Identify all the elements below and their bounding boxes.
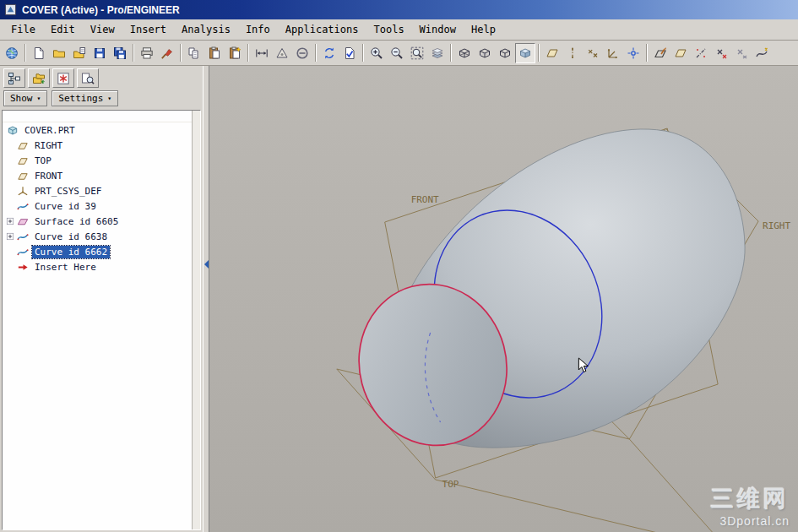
design-check-icon <box>343 46 356 60</box>
datum-planes-toggle-button[interactable] <box>542 43 562 63</box>
tree-item-curve-6638[interactable]: Curve id 6638 <box>3 229 192 244</box>
navigator-tabs <box>0 66 203 89</box>
regenerate-button[interactable] <box>319 43 339 63</box>
folder-browser-tab[interactable] <box>28 68 50 88</box>
menu-info[interactable]: Info <box>238 21 278 38</box>
save-copy-button[interactable] <box>110 43 130 63</box>
spin-center-toggle-icon <box>627 46 640 60</box>
datum-csys-toggle-icon <box>606 46 620 60</box>
menu-tools[interactable]: Tools <box>366 21 411 38</box>
toolbar-separator <box>538 44 540 62</box>
right-plane-label[interactable]: RIGHT <box>763 220 790 231</box>
tree-item-label: Curve id 39 <box>32 200 99 213</box>
model-tree-icon <box>8 72 21 85</box>
menu-window[interactable]: Window <box>412 21 464 38</box>
datum-plane-icon <box>16 170 30 182</box>
datum-curve-tool-button[interactable] <box>752 43 772 63</box>
3d-scene[interactable]: FRONT RIGHT TOP <box>209 66 798 532</box>
graphics-viewport[interactable]: FRONT RIGHT TOP 三维网 3Dportal.cn <box>209 66 798 532</box>
datum-curve-tool-icon <box>755 46 768 60</box>
expand-icon[interactable] <box>4 232 15 241</box>
tree-item-front[interactable]: FRONT <box>3 168 192 183</box>
save-icon <box>93 46 106 60</box>
top-plane-label[interactable]: TOP <box>442 479 459 490</box>
mass-properties-button[interactable] <box>272 43 292 63</box>
save-button[interactable] <box>90 43 110 63</box>
chevron-down-icon: ▾ <box>107 95 111 102</box>
title-bar[interactable]: COVER (Active) - Pro/ENGINEER <box>0 0 798 19</box>
paste-special-icon <box>228 46 242 60</box>
toolbar-separator <box>24 44 26 62</box>
menu-bar: File Edit View Insert Analysis Info Appl… <box>0 19 798 41</box>
refit-button[interactable] <box>407 43 427 63</box>
tree-item-prt-csys-def[interactable]: PRT_CSYS_DEF <box>3 183 192 198</box>
datum-csys-toggle-button[interactable] <box>603 43 623 63</box>
datum-plane-tool-button[interactable] <box>670 43 691 63</box>
open-session-icon <box>73 46 86 60</box>
tree-item-right[interactable]: RIGHT <box>3 138 192 153</box>
show-dropdown-label: Show <box>10 93 33 104</box>
favorites-tab[interactable] <box>52 68 74 88</box>
wireframe-display-button[interactable] <box>454 43 475 63</box>
menu-edit[interactable]: Edit <box>43 21 83 38</box>
paste-special-button[interactable] <box>225 43 245 63</box>
regenerate-icon <box>323 46 336 60</box>
hidden-line-display-button[interactable] <box>475 43 495 63</box>
new-file-button[interactable] <box>29 43 49 63</box>
zoom-out-button[interactable] <box>387 43 407 63</box>
tree-item-surface-6605[interactable]: Surface id 6605 <box>3 214 192 229</box>
settings-dropdown-label: Settings <box>58 93 103 104</box>
print-button[interactable] <box>137 43 157 63</box>
no-hidden-display-button[interactable] <box>495 43 515 63</box>
front-plane-label[interactable]: FRONT <box>411 194 439 205</box>
expand-icon[interactable] <box>4 217 15 225</box>
design-check-button[interactable] <box>339 43 360 63</box>
tree-item-label: PRT_CSYS_DEF <box>32 185 104 198</box>
menu-view[interactable]: View <box>83 21 122 38</box>
settings-dropdown[interactable]: Settings ▾ <box>52 90 118 106</box>
open-file-button[interactable] <box>49 43 69 63</box>
collapse-arrow-icon[interactable] <box>204 260 209 269</box>
panel-sash[interactable] <box>203 66 209 532</box>
datum-axes-toggle-icon <box>566 46 579 60</box>
measure-button[interactable] <box>252 43 272 63</box>
tree-item-curve-6662[interactable]: Curve id 6662 <box>3 244 192 259</box>
menu-analysis[interactable]: Analysis <box>174 21 238 38</box>
datum-points-toggle-button[interactable] <box>583 43 603 63</box>
copy-button[interactable] <box>184 43 204 63</box>
insert-here-icon <box>16 261 30 274</box>
erase-not-displayed-button[interactable] <box>292 43 312 63</box>
tree-item-top[interactable]: TOP <box>3 153 192 168</box>
datum-axis-tool-button[interactable] <box>691 43 711 63</box>
repaint-button[interactable] <box>427 43 448 63</box>
menu-file[interactable]: File <box>3 21 43 38</box>
model-tree-tab[interactable] <box>3 68 25 88</box>
web-browser-button[interactable] <box>2 43 22 63</box>
tree-item-cover-prt[interactable]: COVER.PRT <box>3 122 192 138</box>
spin-center-toggle-button[interactable] <box>623 43 643 63</box>
erase-not-displayed-icon <box>296 46 309 60</box>
paste-button[interactable] <box>204 43 225 63</box>
menu-insert[interactable]: Insert <box>122 21 174 38</box>
datum-point-tool-icon <box>714 46 728 60</box>
show-dropdown[interactable]: Show ▾ <box>3 90 47 106</box>
no-hidden-display-icon <box>498 46 512 60</box>
sketch-tool-button[interactable] <box>650 43 670 63</box>
tree-item-insert-here[interactable]: Insert Here <box>3 259 192 274</box>
datum-point-tool-button[interactable] <box>711 43 731 63</box>
datum-axes-toggle-button[interactable] <box>562 43 583 63</box>
part-icon <box>6 124 19 137</box>
zoom-in-button[interactable] <box>366 43 387 63</box>
menu-help[interactable]: Help <box>464 21 503 38</box>
tree-scrollbar[interactable] <box>192 111 200 529</box>
tree-item-curve-39[interactable]: Curve id 39 <box>3 198 192 214</box>
menu-applications[interactable]: Applications <box>278 21 366 38</box>
datum-point-offset-tool-button[interactable] <box>731 43 752 63</box>
csys-icon <box>16 185 30 198</box>
open-session-button[interactable] <box>69 43 90 63</box>
search-tab[interactable] <box>77 68 99 88</box>
shaded-display-icon <box>518 46 532 60</box>
app-window: COVER (Active) - Pro/ENGINEER File Edit … <box>0 0 798 532</box>
shaded-display-button[interactable] <box>515 43 535 63</box>
model-appearance-button[interactable] <box>157 43 177 63</box>
